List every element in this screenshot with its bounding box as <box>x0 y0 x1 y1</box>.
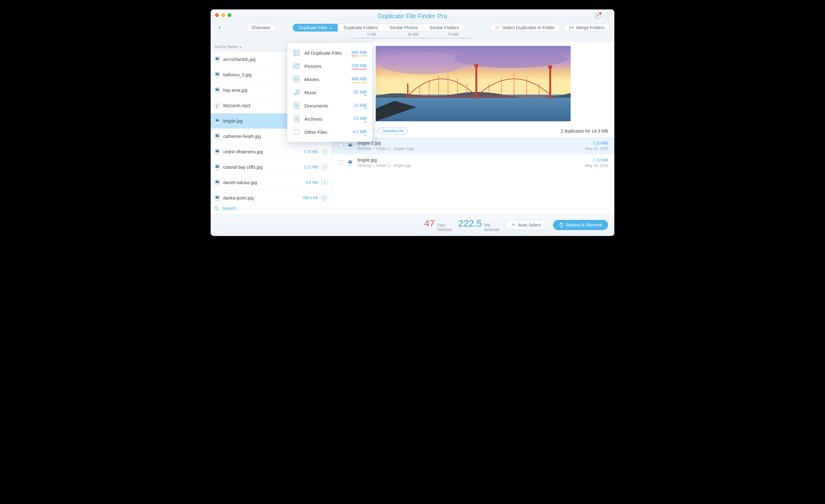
svg-text:JPEG: JPEG <box>216 92 219 93</box>
svg-point-35 <box>218 181 219 181</box>
category-label: Archives <box>304 116 350 121</box>
review-remove-button[interactable]: Review & Remove <box>553 220 608 230</box>
svg-text:JPEG: JPEG <box>216 184 219 186</box>
svg-rect-90 <box>294 130 299 135</box>
overview-button[interactable]: Overview <box>246 23 276 32</box>
svg-text:JPEG: JPEG <box>216 200 219 201</box>
file-row[interactable]: JPEGcedric-dhaenens.jpg3.74 MB4 <box>211 144 332 160</box>
svg-rect-78 <box>297 50 299 52</box>
info-icon[interactable]: i <box>604 13 610 19</box>
svg-rect-79 <box>294 54 296 56</box>
tab-duplicate-folders[interactable]: Duplicate Folders <box>338 24 384 31</box>
duplicate-row[interactable]: JPEGbrigde-2.jpgDesktop›Folder 1›brigde-… <box>332 137 614 154</box>
duplicate-checkbox[interactable] <box>338 160 343 165</box>
category-label: Movies <box>304 77 347 82</box>
dropdown-item[interactable]: Pictures293 MB <box>287 59 372 73</box>
category-label: All Duplicate Files <box>304 50 347 56</box>
toolbar: Overview Duplicate Files▼ Duplicate Fold… <box>211 22 614 32</box>
svg-text:JPEG: JPEG <box>216 154 219 155</box>
dropdown-item[interactable]: All Duplicate Files885 MB <box>287 46 372 59</box>
file-row[interactable]: JPEGcoastal bay cliffs.jpg2.21 MB3 <box>211 160 332 175</box>
category-icon <box>293 115 300 122</box>
svg-point-82 <box>295 65 298 67</box>
maximize-icon[interactable] <box>228 13 231 17</box>
tab-size-duplicate-folders: 5 MB <box>350 32 393 38</box>
svg-text:JPEG: JPEG <box>349 164 352 166</box>
svg-point-1 <box>497 27 498 28</box>
duplicate-summary: 2 duplicates for 14.3 MB <box>560 129 608 134</box>
footer-auto-select-button[interactable]: Auto Select <box>505 220 547 230</box>
close-icon[interactable] <box>215 13 219 17</box>
dropdown-item[interactable]: Movies468 MB <box>287 73 372 86</box>
file-type-dropdown: All Duplicate Files885 MBPictures293 MBM… <box>287 43 372 142</box>
svg-rect-67 <box>474 64 478 67</box>
merge-folders-button[interactable]: Merge Folders <box>564 23 610 32</box>
category-icon <box>293 49 300 56</box>
dropdown-item[interactable]: Documents15 MB <box>287 99 372 112</box>
tab-duplicate-files[interactable]: Duplicate Files▼ <box>293 24 338 31</box>
tab-sizes: 5 MB 35 MB 73 MB <box>211 32 614 42</box>
svg-point-71 <box>351 144 352 144</box>
rss-status-icon[interactable] <box>595 13 601 19</box>
svg-rect-77 <box>294 50 296 52</box>
file-size: 2.21 MB <box>304 165 318 169</box>
svg-text:JPEG: JPEG <box>216 138 219 140</box>
search-row <box>211 202 332 214</box>
svg-text:JPEG: JPEG <box>216 61 219 63</box>
svg-point-19 <box>218 119 219 120</box>
file-size: 796.8 KB <box>302 196 318 200</box>
search-icon <box>214 206 219 211</box>
deselect-all-button[interactable]: Deselect All <box>378 128 408 135</box>
tab-similar-photos[interactable]: Similar Photos <box>384 24 424 31</box>
duplicate-name: brigde.jpg <box>358 157 581 162</box>
category-icon <box>293 63 300 69</box>
category-icon <box>293 102 300 109</box>
dropdown-item[interactable]: Archives23 MB <box>287 112 372 125</box>
duplicate-size: 7.13 MB <box>585 158 608 162</box>
file-name: coastal bay cliffs.jpg <box>223 165 301 170</box>
tab-similar-folders[interactable]: Similar Folders <box>424 24 464 31</box>
file-row[interactable]: JPEGdanka-peter.jpg796.8 KB6 <box>211 190 332 202</box>
category-size: 4.2 MB <box>353 129 367 135</box>
sparkle-icon <box>511 223 516 227</box>
file-dup-count: 6 <box>321 195 328 201</box>
category-icon <box>293 76 300 83</box>
duplicate-date: May 16, 2019 <box>585 147 608 151</box>
select-duplicates-folder-button[interactable]: Select Duplicates in Folder <box>490 23 560 32</box>
search-input[interactable] <box>222 206 328 211</box>
category-icon <box>293 129 300 136</box>
svg-point-23 <box>218 135 219 135</box>
svg-point-85 <box>294 93 296 95</box>
footer: 47 FilesSelected 222.5 MBSelected Auto S… <box>211 214 614 236</box>
mb-selected-stat: 222.5 MBSelected <box>458 218 499 232</box>
file-name: daniel-salcius.jpg <box>223 180 303 185</box>
back-button[interactable] <box>215 24 224 31</box>
minimize-icon[interactable] <box>221 13 225 17</box>
svg-point-86 <box>297 92 299 94</box>
file-row[interactable]: JPEGdaniel-salcius.jpg6.8 MB2 <box>211 175 332 190</box>
category-size: 293 MB <box>352 63 367 69</box>
dropdown-item[interactable]: Other Files4.2 MB <box>287 125 372 139</box>
duplicate-checkbox[interactable] <box>338 143 343 148</box>
svg-point-39 <box>218 196 219 197</box>
duplicate-row[interactable]: JPEGbrigde.jpgDesktop›Folder 1›brigde.jp… <box>332 154 614 171</box>
svg-text:JPEG: JPEG <box>216 123 219 124</box>
category-size: 885 MB <box>352 50 367 56</box>
svg-text:JPEG: JPEG <box>216 169 219 170</box>
duplicate-path: Desktop›Folder 1›brigde.jpg <box>358 163 581 168</box>
category-size: 468 MB <box>352 76 367 82</box>
svg-text:JPEG: JPEG <box>216 77 219 78</box>
category-label: Documents <box>304 103 350 108</box>
duplicate-size: 7.13 MB <box>585 141 608 146</box>
trash-icon <box>559 223 564 228</box>
duplicate-path: Desktop›Folder 1›brigde-2.jpg <box>358 147 581 151</box>
svg-point-4 <box>218 58 219 58</box>
svg-rect-80 <box>297 54 299 56</box>
file-dup-count: 2 <box>321 180 328 185</box>
dropdown-item[interactable]: Music82 MB <box>287 86 372 99</box>
svg-rect-68 <box>548 65 552 69</box>
svg-point-49 <box>454 49 568 68</box>
svg-text:MP3: MP3 <box>216 107 218 109</box>
main-panel: Auto Select ▼ Deselect All 2 duplicates … <box>332 42 614 214</box>
svg-point-31 <box>218 165 219 166</box>
